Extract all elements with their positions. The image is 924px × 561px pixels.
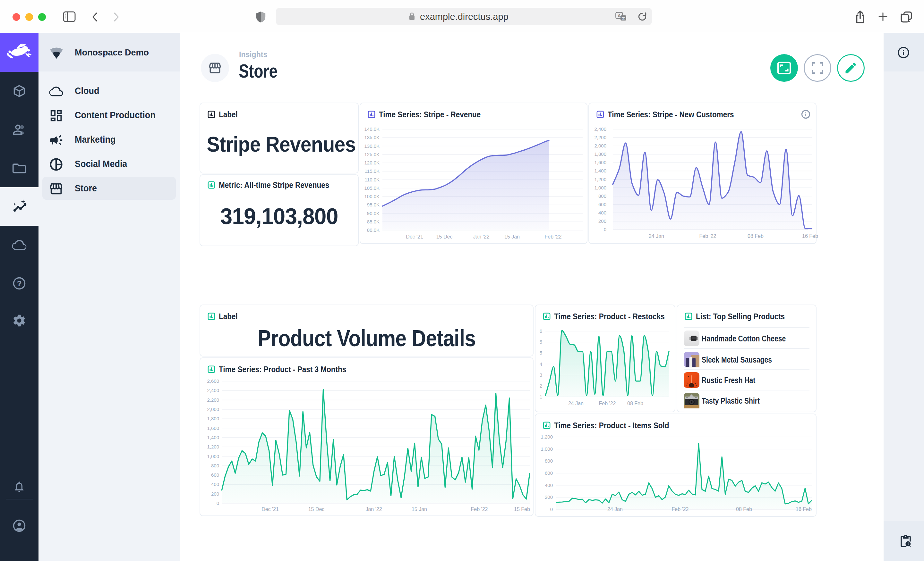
svg-text:100.0K: 100.0K [364, 194, 380, 199]
svg-text:80.0K: 80.0K [367, 227, 380, 233]
svg-text:4: 4 [540, 361, 542, 367]
svg-text:16 Feb: 16 Feb [802, 233, 818, 239]
svg-text:Feb '22: Feb '22 [545, 234, 562, 239]
svg-text:3: 3 [540, 372, 542, 378]
svg-text:24 Jan: 24 Jan [568, 401, 584, 406]
svg-text:08 Feb: 08 Feb [627, 401, 643, 406]
svg-text:0: 0 [550, 507, 553, 512]
svg-text:24 Jan: 24 Jan [649, 233, 664, 239]
svg-text:1,600: 1,600 [594, 160, 606, 165]
svg-text:400: 400 [211, 482, 219, 487]
svg-text:Feb '22: Feb '22 [599, 401, 616, 406]
svg-text:125.0K: 125.0K [364, 152, 380, 157]
svg-text:2,200: 2,200 [594, 135, 606, 140]
svg-text:130.0K: 130.0K [364, 143, 380, 149]
svg-text:200: 200 [211, 491, 219, 497]
svg-text:800: 800 [598, 193, 606, 199]
svg-text:140.0K: 140.0K [364, 126, 380, 132]
svg-text:600: 600 [598, 202, 606, 207]
svg-text:85.0K: 85.0K [367, 219, 380, 224]
svg-text:1,200: 1,200 [594, 177, 606, 182]
svg-text:1,000: 1,000 [541, 446, 553, 452]
svg-text:1,200: 1,200 [207, 444, 219, 449]
svg-text:800: 800 [211, 463, 219, 468]
svg-text:600: 600 [211, 472, 219, 478]
svg-text:2: 2 [540, 383, 542, 389]
svg-text:1,000: 1,000 [594, 185, 606, 190]
svg-text:A: A [618, 13, 621, 18]
svg-text:2,000: 2,000 [207, 407, 219, 412]
svg-text:110.0K: 110.0K [365, 177, 380, 183]
svg-text:2,000: 2,000 [594, 143, 606, 148]
svg-text:200: 200 [545, 494, 553, 500]
svg-text:90.0K: 90.0K [367, 211, 380, 216]
svg-text:800: 800 [545, 458, 553, 464]
svg-text:2,600: 2,600 [207, 378, 219, 384]
svg-text:1,800: 1,800 [594, 151, 606, 157]
svg-text:15 Dec: 15 Dec [436, 234, 453, 239]
svg-text:2,400: 2,400 [207, 387, 219, 393]
svg-text:1,400: 1,400 [207, 435, 219, 440]
svg-text:文: 文 [622, 16, 625, 20]
svg-text:135.0K: 135.0K [364, 135, 380, 140]
svg-text:1,600: 1,600 [207, 425, 219, 431]
svg-text:15 Jan: 15 Jan [412, 507, 427, 512]
svg-text:2,200: 2,200 [207, 397, 219, 402]
svg-text:120.0K: 120.0K [364, 160, 380, 165]
svg-text:?: ? [16, 279, 21, 288]
svg-text:0: 0 [604, 227, 606, 232]
svg-text:1,000: 1,000 [207, 453, 219, 459]
svg-text:5: 5 [540, 339, 542, 345]
svg-text:1: 1 [540, 394, 542, 399]
svg-text:2,400: 2,400 [594, 126, 606, 132]
svg-text:95.0K: 95.0K [367, 202, 380, 207]
svg-text:0: 0 [217, 500, 219, 506]
svg-text:1,400: 1,400 [594, 168, 606, 174]
svg-text:1,200: 1,200 [541, 434, 553, 440]
svg-text:600: 600 [545, 470, 553, 476]
svg-text:15 Dec: 15 Dec [308, 507, 325, 512]
svg-text:400: 400 [545, 482, 553, 488]
svg-text:08 Feb: 08 Feb [747, 233, 764, 239]
svg-text:5: 5 [540, 350, 542, 356]
svg-text:15 Feb: 15 Feb [514, 507, 530, 512]
svg-text:6: 6 [540, 328, 542, 334]
svg-text:Jan '22: Jan '22 [365, 507, 382, 512]
svg-text:15 Jan: 15 Jan [504, 234, 520, 239]
svg-text:1,800: 1,800 [207, 416, 219, 421]
svg-text:Dec '21: Dec '21 [261, 507, 279, 512]
svg-text:115.0K: 115.0K [365, 168, 380, 174]
svg-text:Feb '22: Feb '22 [471, 507, 488, 512]
svg-text:Jan '22: Jan '22 [473, 234, 489, 239]
svg-text:Dec '21: Dec '21 [406, 234, 423, 239]
svg-text:105.0K: 105.0K [364, 185, 380, 191]
svg-text:400: 400 [598, 210, 606, 215]
svg-text:Feb '22: Feb '22 [699, 233, 716, 239]
svg-text:200: 200 [598, 218, 606, 224]
